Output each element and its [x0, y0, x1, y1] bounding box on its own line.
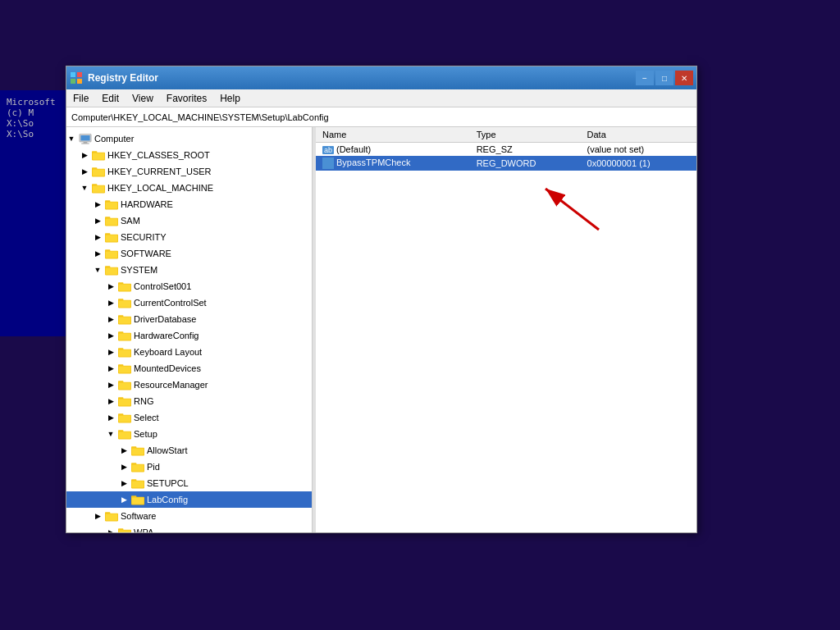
expand-icon[interactable]: ▶	[93, 216, 103, 226]
expand-icon[interactable]: ▶	[80, 167, 89, 176]
svg-rect-70	[132, 482, 144, 488]
svg-rect-64	[132, 449, 144, 455]
tree-item-hklm[interactable]: ▼ HKEY_LOCAL_MACHINE	[66, 180, 312, 196]
tree-item-setupcl[interactable]: ▶ SETUPCL	[66, 475, 312, 491]
col-name: Name	[316, 127, 470, 143]
tree-item-system[interactable]: ▼ SYSTEM	[66, 262, 312, 278]
tree-panel[interactable]: ▼ Computer▶ HKEY_CLASSES_ROOT▶ HKEY_CURR…	[66, 127, 313, 532]
svg-rect-13	[93, 170, 104, 176]
expand-icon[interactable]: ▶	[93, 232, 103, 242]
expand-icon[interactable]: ▶	[106, 281, 116, 291]
main-content: ▼ Computer▶ HKEY_CLASSES_ROOT▶ HKEY_CURR…	[66, 127, 696, 532]
tree-item-security[interactable]: ▶ SECURITY	[66, 229, 312, 245]
tree-label-hkcu: HKEY_CURRENT_USER	[107, 167, 212, 176]
title-buttons: − □ ✕	[636, 71, 693, 85]
collapse-icon[interactable]: ▼	[80, 183, 89, 193]
tree-item-controlset001[interactable]: ▶ ControlSet001	[66, 278, 312, 294]
title-bar-left: Registry Editor	[70, 71, 158, 84]
expand-icon[interactable]: ▶	[93, 249, 103, 258]
menu-edit[interactable]: Edit	[95, 89, 126, 107]
expand-icon[interactable]: ▶	[93, 511, 103, 521]
tree-item-allowstart[interactable]: ▶ AllowStart	[66, 442, 312, 459]
tree-item-hkcu[interactable]: ▶ HKEY_CURRENT_USER	[66, 163, 312, 180]
table-row[interactable]: ab(Default) REG_SZ (value not set)	[316, 143, 696, 157]
tree-item-computer[interactable]: ▼ Computer	[66, 130, 312, 147]
expand-icon[interactable]: ▶	[93, 199, 103, 209]
tree-item-resourcemanager[interactable]: ▶ ResourceManager	[66, 377, 312, 393]
svg-rect-52	[119, 383, 130, 390]
tree-label-rng: RNG	[134, 396, 153, 406]
tree-item-wpa[interactable]: ▶ WPA	[66, 524, 312, 532]
address-bar: Computer\HKEY_LOCAL_MACHINE\SYSTEM\Setup…	[66, 107, 696, 127]
expand-icon[interactable]: ▶	[119, 478, 129, 488]
tree-label-driverdatabase: DriverDatabase	[134, 314, 196, 324]
values-panel: Name Type Data ab(Default) REG_SZ (value…	[316, 127, 696, 532]
tree-label-computer: Computer	[94, 134, 134, 144]
expand-icon[interactable]: ▶	[106, 347, 116, 357]
menu-file[interactable]: File	[66, 89, 95, 107]
svg-rect-58	[119, 416, 130, 422]
col-data: Data	[581, 127, 696, 143]
svg-rect-40	[119, 317, 130, 324]
minimize-button[interactable]: −	[636, 71, 654, 85]
collapse-icon[interactable]: ▼	[66, 134, 76, 144]
expand-icon[interactable]: ▶	[106, 380, 116, 390]
menu-favorites[interactable]: Favorites	[160, 89, 213, 107]
close-button[interactable]: ✕	[675, 71, 693, 85]
tree-label-controlset001: ControlSet001	[134, 281, 191, 291]
svg-rect-31	[106, 268, 117, 275]
registry-editor-window: Registry Editor − □ ✕ FileEditViewFavori…	[66, 66, 697, 533]
expand-icon[interactable]: ▶	[106, 396, 116, 406]
menu-view[interactable]: View	[126, 89, 160, 107]
tree-item-mounteddevices[interactable]: ▶ MountedDevices	[66, 360, 312, 377]
menu-help[interactable]: Help	[213, 89, 247, 107]
app-icon	[70, 71, 83, 84]
tree-item-labconfig[interactable]: ▶ LabConfig	[66, 491, 312, 508]
expand-icon[interactable]: ▶	[80, 150, 89, 160]
expand-icon[interactable]: ▶	[119, 462, 129, 472]
table-row[interactable]: BypassTPMCheck REG_DWORD 0x00000001 (1)	[316, 156, 696, 171]
tree-item-driverdatabase[interactable]: ▶ DriverDatabase	[66, 311, 312, 327]
svg-rect-16	[93, 186, 104, 193]
svg-rect-28	[106, 252, 117, 258]
tree-item-software_hklm[interactable]: ▶ SOFTWARE	[66, 245, 312, 262]
tree-item-software[interactable]: ▶ Software	[66, 508, 312, 524]
tree-item-setup[interactable]: ▼ Setup	[66, 426, 312, 442]
tree-item-rng[interactable]: ▶ RNG	[66, 393, 312, 409]
tree-label-resourcemanager: ResourceManager	[134, 380, 208, 390]
tree-item-hardwareconfig[interactable]: ▶ HardwareConfig	[66, 327, 312, 344]
tree-item-currentcontrolset[interactable]: ▶ CurrentControlSet	[66, 294, 312, 311]
tree-label-hklm: HKEY_LOCAL_MACHINE	[107, 183, 213, 193]
tree-item-hkcr[interactable]: ▶ HKEY_CLASSES_ROOT	[66, 147, 312, 163]
expand-icon[interactable]: ▶	[106, 331, 116, 340]
svg-rect-73	[132, 498, 144, 504]
tree-item-keyboardlayout[interactable]: ▶ Keyboard Layout	[66, 344, 312, 360]
value-type: REG_SZ	[470, 143, 581, 157]
svg-rect-5	[80, 135, 89, 140]
tree-item-pid[interactable]: ▶ Pid	[66, 459, 312, 475]
title-bar: Registry Editor − □ ✕	[66, 66, 696, 89]
expand-icon[interactable]: ▶	[119, 445, 129, 455]
arrow-annotation	[529, 176, 628, 242]
tree-item-sam[interactable]: ▶ SAM	[66, 212, 312, 229]
tree-item-select[interactable]: ▶ Select	[66, 409, 312, 426]
expand-icon[interactable]: ▶	[119, 495, 129, 504]
tree-item-hardware[interactable]: ▶ HARDWARE	[66, 196, 312, 212]
svg-rect-55	[119, 399, 130, 406]
expand-icon[interactable]: ▶	[106, 363, 116, 373]
tree-label-keyboardlayout: Keyboard Layout	[134, 347, 202, 357]
expand-icon[interactable]: ▶	[106, 314, 116, 324]
expand-icon[interactable]: ▶	[106, 527, 116, 532]
maximize-button[interactable]: □	[655, 71, 673, 85]
svg-rect-61	[119, 432, 130, 439]
col-type: Type	[470, 127, 581, 143]
expand-icon[interactable]: ▶	[106, 298, 116, 308]
tree-label-software: Software	[121, 511, 156, 521]
tree-label-hardware: HARDWARE	[121, 199, 173, 209]
svg-rect-43	[119, 334, 130, 340]
expand-icon[interactable]: ▶	[106, 413, 116, 422]
collapse-icon[interactable]: ▼	[106, 429, 116, 439]
collapse-icon[interactable]: ▼	[93, 265, 103, 275]
svg-rect-34	[119, 285, 130, 291]
tree-label-allowstart: AllowStart	[147, 445, 188, 455]
